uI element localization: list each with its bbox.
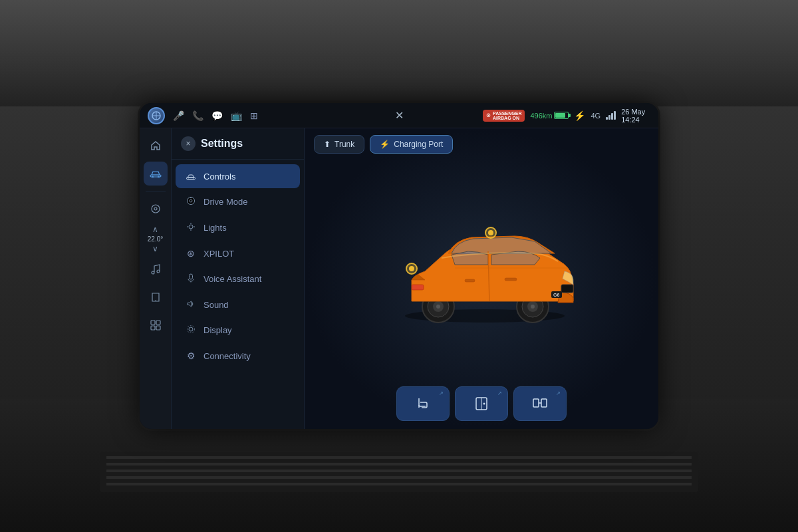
menu-item-display[interactable]: Display [176, 318, 300, 342]
network-label: 4G [591, 112, 600, 120]
brand-logo [148, 107, 165, 124]
sidebar: ∧ 22.0° ∨ [140, 128, 172, 429]
controls-icon [185, 171, 197, 182]
svg-point-20 [190, 197, 192, 198]
svg-point-17 [193, 179, 194, 180]
sidebar-item-music[interactable] [144, 257, 168, 281]
tab-charging-port[interactable]: ⚡ Charging Port [370, 135, 453, 154]
dashboard-background: 🎤 📞 💬 📺 ⊞ ✕ ⊙ PASSENGER AIRBAG ON 4 [0, 0, 798, 532]
status-bar: 🎤 📞 💬 📺 ⊞ ✕ ⊙ PASSENGER AIRBAG ON 4 [140, 103, 658, 128]
screen-icon: 📺 [231, 110, 242, 121]
bluetooth-icon: ⚡ [574, 110, 585, 121]
mic-icon: 🎤 [173, 110, 184, 121]
sidebar-item-phone[interactable] [144, 285, 168, 309]
settings-menu: Controls Drive Mode Lights [172, 160, 304, 372]
car-area: G6 [305, 158, 658, 381]
svg-point-8 [152, 271, 154, 274]
menu-item-label-xpilot: XPILOT [203, 249, 234, 259]
drive-mode-icon [185, 196, 197, 207]
svg-point-29 [188, 326, 195, 333]
menu-item-xpilot[interactable]: ⊛ XPILOT [176, 241, 300, 265]
charging-tab-icon: ⚡ [380, 140, 390, 149]
sound-icon [185, 299, 197, 310]
svg-point-38 [531, 305, 535, 309]
sidebar-item-home[interactable] [144, 134, 168, 158]
svg-point-28 [189, 327, 193, 331]
sidebar-item-car[interactable] [144, 162, 168, 186]
status-bar-center: ✕ [315, 109, 483, 122]
settings-header: × Settings [172, 128, 304, 160]
svg-rect-13 [151, 326, 155, 330]
svg-rect-46 [465, 279, 475, 282]
status-bar-left: 🎤 📞 💬 📺 ⊞ [148, 107, 315, 124]
close-icon: × [186, 139, 190, 148]
airbag-badge: ⊙ PASSENGER AIRBAG ON [483, 110, 525, 122]
menu-item-lights[interactable]: Lights [176, 215, 300, 240]
main-screen: 🎤 📞 💬 📺 ⊞ ✕ ⊙ PASSENGER AIRBAG ON 4 [140, 103, 658, 429]
menu-item-controls[interactable]: Controls [176, 164, 300, 188]
action-mirror-button[interactable] [513, 386, 567, 421]
display-icon [185, 325, 197, 336]
sidebar-item-apps[interactable] [144, 313, 168, 337]
battery-fill [555, 113, 565, 118]
signal-bar-1 [606, 117, 608, 120]
temp-up-button[interactable]: ∧ [146, 225, 165, 234]
menu-item-label-lights: Lights [203, 223, 227, 233]
svg-rect-26 [190, 274, 193, 279]
svg-rect-12 [156, 321, 160, 325]
message-icon: 💬 [211, 110, 223, 121]
svg-point-5 [158, 176, 160, 178]
svg-point-48 [483, 403, 485, 405]
action-door-button[interactable] [455, 386, 508, 421]
svg-point-4 [152, 176, 154, 178]
action-seat-button[interactable] [396, 386, 450, 421]
battery-bar [554, 112, 569, 119]
xpilot-icon: ⊛ [185, 248, 197, 259]
menu-item-label-voice: Voice Assistant [203, 274, 261, 284]
svg-point-34 [436, 305, 440, 309]
menu-item-label-drive-mode: Drive Mode [203, 197, 247, 207]
svg-text:G6: G6 [553, 293, 559, 297]
menu-item-label-connectivity: Connectivity [203, 351, 251, 361]
sidebar-item-media[interactable] [144, 197, 168, 221]
hotspot-roof[interactable] [485, 227, 497, 239]
car-view: ⬆ Trunk ⚡ Charging Port [305, 128, 658, 429]
phone-icon: 📞 [192, 110, 203, 121]
svg-rect-11 [151, 321, 155, 325]
temp-down-button[interactable]: ∨ [146, 244, 165, 253]
settings-title: Settings [201, 138, 243, 150]
voice-icon [185, 273, 197, 285]
hotspot-charging-front[interactable] [406, 263, 418, 275]
temp-display: 22.0° [148, 235, 163, 243]
svg-rect-50 [533, 399, 539, 407]
svg-point-21 [189, 225, 193, 229]
airbag-sub: AIRBAG ON [493, 116, 521, 120]
menu-item-sound[interactable]: Sound [176, 293, 300, 317]
charging-tab-label: Charging Port [394, 140, 443, 149]
svg-point-7 [154, 207, 157, 210]
menu-item-voice[interactable]: Voice Assistant [176, 267, 300, 291]
svg-point-9 [157, 270, 160, 273]
menu-item-label-controls: Controls [203, 172, 235, 182]
temperature-control: ∧ 22.0° ∨ [146, 225, 165, 253]
menu-item-connectivity[interactable]: ⚙ Connectivity [176, 344, 300, 368]
range-indicator: 496km [530, 112, 569, 120]
status-bar-right: ⊙ PASSENGER AIRBAG ON 496km ⚡ 4G [483, 108, 650, 124]
trunk-tab-icon: ⬆ [324, 140, 331, 149]
menu-item-drive-mode[interactable]: Drive Mode [176, 190, 300, 214]
settings-panel: × Settings Controls Dr [172, 128, 305, 429]
svg-rect-41 [412, 285, 424, 290]
svg-point-6 [152, 205, 160, 213]
grid-icon: ⊞ [250, 110, 258, 121]
signal-bar-3 [611, 113, 613, 120]
trunk-tab-label: Trunk [334, 140, 354, 149]
main-content: ∧ 22.0° ∨ × [140, 128, 658, 429]
airbag-label: PASSENGER [493, 111, 521, 116]
close-button[interactable]: ✕ [395, 109, 404, 122]
signal-bar-4 [614, 111, 616, 120]
svg-rect-51 [541, 399, 547, 407]
lights-icon [185, 222, 197, 233]
settings-close-button[interactable]: × [181, 136, 196, 151]
tab-trunk[interactable]: ⬆ Trunk [314, 135, 364, 154]
svg-point-10 [155, 300, 156, 301]
